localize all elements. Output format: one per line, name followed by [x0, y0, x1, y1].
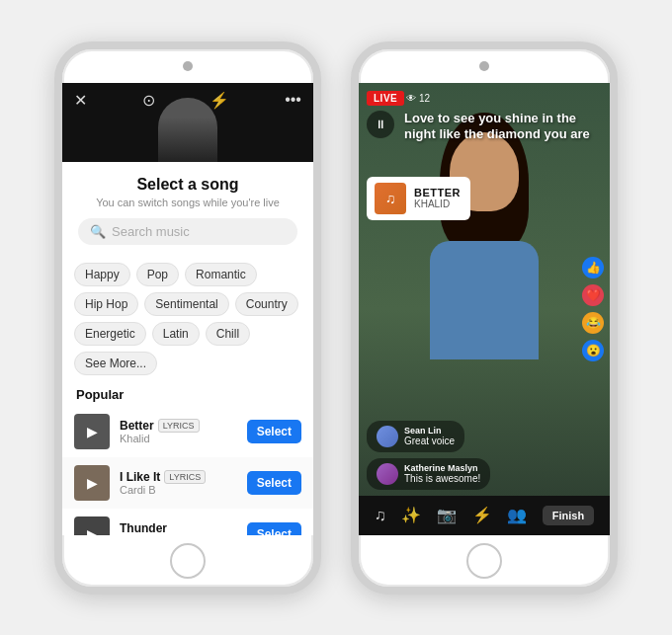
comment-text-1: Great voice [404, 436, 455, 446]
genre-tag-more[interactable]: See More... [74, 352, 157, 375]
song-artist-better: Khalid [120, 433, 237, 444]
song-name-ilike: I Like It LYRICS [120, 470, 237, 484]
reactions-panel: 👍 ❤️ 😂 😮 [582, 257, 604, 361]
people-bottom-icon[interactable]: 👥 [507, 506, 527, 524]
comment-content-1: Sean Lin Great voice [404, 426, 455, 446]
love-reaction: ❤️ [582, 284, 604, 306]
select-song-title: Select a song [78, 176, 297, 194]
genre-tags-container: Happy Pop Romantic Hip Hop Sentimental C… [62, 253, 313, 379]
playing-song-title: BETTER [414, 187, 461, 198]
camera-preview: ✕ ⊙ ⚡ ••• [62, 83, 313, 162]
lyrics-overlay: Love to see you shine in the night like … [404, 111, 602, 144]
song-card-info: BETTER KHALID [414, 187, 461, 209]
lyrics-badge-ilike: LYRICS [164, 470, 206, 484]
genre-tag-country[interactable]: Country [235, 292, 298, 316]
lyrics-badge: LYRICS [158, 419, 200, 433]
view-count: 12 [419, 93, 430, 104]
genre-tag-sentimental[interactable]: Sentimental [144, 292, 228, 316]
camera-icon[interactable]: ⊙ [142, 91, 155, 110]
now-playing-card: ♫ BETTER KHALID [367, 177, 470, 220]
genre-tag-happy[interactable]: Happy [74, 263, 130, 286]
phone1-screen: ✕ ⊙ ⚡ ••• Select a song You can switch s… [62, 83, 313, 535]
live-video: LIVE 👁 12 ⏸ Love to see you shine in the… [359, 83, 610, 535]
genre-tag-chill[interactable]: Chill [206, 322, 250, 346]
close-icon[interactable]: ✕ [74, 91, 87, 110]
wow-reaction: 😮 [582, 340, 604, 361]
genre-tag-hiphop[interactable]: Hip Hop [74, 292, 138, 316]
commenter-name-2: Katherine Maslyn [404, 463, 480, 473]
lightning-bottom-icon[interactable]: ⚡ [472, 506, 492, 524]
album-art: ♫ [375, 183, 406, 214]
comment-bubble-2: Katherine Maslyn This is awesome! [367, 458, 490, 490]
phone-live-stream: LIVE 👁 12 ⏸ Love to see you shine in the… [351, 41, 618, 595]
song-artist-ilike: Cardi B [120, 484, 237, 496]
live-views: 👁 12 [406, 93, 430, 104]
search-bar[interactable]: 🔍 Search music [78, 218, 297, 245]
search-music-placeholder: Search music [112, 224, 190, 239]
person-silhouette [158, 98, 217, 162]
genre-tag-romantic[interactable]: Romantic [185, 263, 257, 286]
select-button-thunder[interactable]: Select [247, 522, 301, 535]
comment-bubble-1: Sean Lin Great voice [367, 421, 464, 452]
song-name-better: Better LYRICS [120, 419, 237, 433]
comment-content-2: Katherine Maslyn This is awesome! [404, 463, 480, 484]
song-thumb-better: ▶ [74, 414, 110, 449]
search-icon: 🔍 [90, 224, 106, 239]
finish-button[interactable]: Finish [543, 506, 594, 525]
phone2-screen: LIVE 👁 12 ⏸ Love to see you shine in the… [359, 83, 610, 535]
phone-song-selector: ✕ ⊙ ⚡ ••• Select a song You can switch s… [54, 41, 321, 595]
live-bottom-bar: ♫ ✨ 📷 ⚡ 👥 Finish [359, 496, 610, 535]
live-badge: LIVE [367, 91, 404, 106]
playing-song-artist: KHALID [414, 198, 461, 209]
lightning-icon[interactable]: ⚡ [210, 91, 229, 110]
home-button[interactable] [170, 543, 206, 579]
like-reaction: 👍 [582, 257, 604, 278]
eye-icon: 👁 [406, 93, 416, 104]
song-thumb-thunder: ▶ [74, 516, 110, 535]
comment-text-2: This is awesome! [404, 473, 480, 484]
song-name-thunder: Thunder [120, 521, 237, 535]
genre-tag-pop[interactable]: Pop [136, 263, 179, 286]
song-info-thunder: Thunder Imagine Dragons [120, 521, 237, 535]
song-row-better: ▶ Better LYRICS Khalid Select [62, 406, 313, 457]
select-button-better[interactable]: Select [247, 420, 301, 443]
select-button-ilike[interactable]: Select [247, 471, 301, 495]
select-song-subtitle: You can switch songs while you're live [78, 197, 297, 208]
commenter-avatar-1 [377, 426, 398, 447]
home-button-2[interactable] [466, 543, 502, 579]
song-row-ilike: ▶ I Like It LYRICS Cardi B Select [62, 457, 313, 509]
music-bottom-icon[interactable]: ♫ [375, 507, 386, 524]
more-icon[interactable]: ••• [285, 91, 301, 110]
song-thumb-ilike: ▶ [74, 465, 110, 501]
comments-area: Sean Lin Great voice Katherine Maslyn Th… [367, 421, 570, 490]
genre-tag-energetic[interactable]: Energetic [74, 322, 146, 346]
popular-label: Popular [62, 379, 313, 406]
commenter-avatar-2 [377, 463, 398, 485]
pause-icon: ⏸ [375, 118, 386, 131]
sparkle-bottom-icon[interactable]: ✨ [401, 506, 421, 524]
song-info-ilike: I Like It LYRICS Cardi B [120, 470, 237, 496]
song-info-better: Better LYRICS Khalid [120, 419, 237, 444]
genre-tag-latin[interactable]: Latin [152, 322, 200, 346]
song-selector-header: Select a song You can switch songs while… [62, 162, 313, 253]
haha-reaction: 😂 [582, 312, 604, 334]
pause-button[interactable]: ⏸ [367, 111, 394, 138]
person-body [430, 241, 539, 359]
camera-bottom-icon[interactable]: 📷 [437, 506, 457, 524]
commenter-name-1: Sean Lin [404, 426, 455, 436]
song-row-thunder: ▶ Thunder Imagine Dragons Select [62, 509, 313, 535]
